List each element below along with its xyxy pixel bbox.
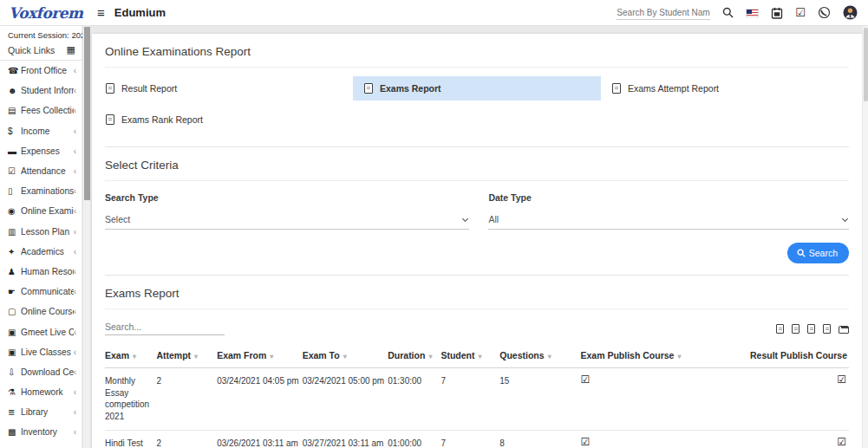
sidebar-item-homework[interactable]: ⚗ Homework ‹ bbox=[0, 382, 82, 402]
sidebar-item-library[interactable]: ≣ Library ‹ bbox=[0, 402, 82, 422]
column-header-exam[interactable]: Exam▾ bbox=[105, 345, 156, 368]
column-header-result-publish-course[interactable]: Result Publish Course bbox=[750, 345, 849, 368]
column-header-exam-to[interactable]: Exam To▾ bbox=[303, 345, 388, 368]
library-icon: ≣ bbox=[8, 407, 21, 417]
main-scrollbar[interactable] bbox=[862, 26, 868, 448]
table-search-input[interactable] bbox=[105, 319, 225, 335]
chevron-left-icon: ‹ bbox=[74, 227, 76, 237]
document-icon bbox=[364, 83, 373, 94]
report-link-result-report[interactable]: Result Report bbox=[105, 76, 353, 101]
language-flag-icon[interactable] bbox=[746, 9, 759, 17]
sidebar-item-label: Human Resource bbox=[21, 267, 74, 276]
sidebar-item-examinations[interactable]: ▯ Examinations ‹ bbox=[0, 181, 82, 201]
sidebar-item-expenses[interactable]: ▬ Expenses ‹ bbox=[0, 141, 82, 161]
gmeet-live-classes-icon: ▣ bbox=[8, 328, 21, 337]
attendance-icon: ☑ bbox=[8, 166, 21, 176]
sidebar-item-fees-collection[interactable]: ▤ Fees Collection ‹ bbox=[0, 101, 82, 120]
column-header-questions[interactable]: Questions▾ bbox=[499, 345, 580, 368]
front-office-icon: ☎ bbox=[8, 66, 21, 75]
sidebar-item-live-classes[interactable]: ▣ Live Classes ‹ bbox=[0, 342, 82, 362]
column-header-label: Exam Publish Course bbox=[580, 350, 674, 360]
student-information-icon: ☻ bbox=[8, 86, 21, 95]
voxforem-logo[interactable]: Voxforem bbox=[9, 4, 83, 22]
excel-icon[interactable] bbox=[792, 324, 799, 334]
student-search-input[interactable] bbox=[617, 6, 710, 20]
chevron-left-icon: ‹ bbox=[74, 146, 76, 156]
sort-icon: ▾ bbox=[428, 353, 432, 360]
whatsapp-icon[interactable] bbox=[818, 6, 831, 19]
sidebar-item-label: Student Information bbox=[21, 86, 74, 95]
chevron-left-icon: ‹ bbox=[74, 206, 76, 216]
column-header-exam-from[interactable]: Exam From▾ bbox=[217, 345, 303, 368]
search-type-select[interactable]: Select bbox=[105, 214, 469, 230]
examinations-icon: ▯ bbox=[8, 186, 21, 196]
chevron-left-icon: ‹ bbox=[74, 66, 76, 75]
grid-icon[interactable]: ▦ bbox=[67, 44, 75, 55]
homework-icon: ⚗ bbox=[8, 387, 21, 397]
calendar-icon[interactable] bbox=[771, 7, 783, 19]
sidebar-item-attendance[interactable]: ☑ Attendance ‹ bbox=[0, 161, 82, 181]
sidebar-item-download-center[interactable]: ⇩ Download Center ‹ bbox=[0, 362, 82, 382]
chevron-left-icon: ‹ bbox=[74, 166, 76, 176]
report-link-exams-report[interactable]: Exams Report bbox=[353, 76, 601, 101]
cell-exam: Hindi Test Series bbox=[105, 431, 156, 448]
exams-report-title: Exams Report bbox=[105, 276, 849, 309]
print-icon[interactable] bbox=[839, 326, 849, 334]
chevron-left-icon: ‹ bbox=[74, 347, 76, 357]
main-scrollbar-thumb[interactable] bbox=[864, 28, 868, 101]
chevron-left-icon: ‹ bbox=[74, 186, 76, 196]
chevron-left-icon: ‹ bbox=[74, 328, 76, 337]
sidebar-item-gmeet-live-classes[interactable]: ▣ Gmeet Live Classes ‹ bbox=[0, 321, 82, 341]
sidebar-scrollbar-thumb[interactable] bbox=[84, 27, 90, 200]
lesson-plan-icon: ▥ bbox=[8, 227, 21, 237]
report-link-label: Exams Attempt Report bbox=[628, 83, 719, 94]
sidebar-item-label: Fees Collection bbox=[21, 106, 74, 115]
pdf-icon[interactable] bbox=[823, 324, 831, 334]
document-icon bbox=[612, 83, 621, 94]
sort-icon: ▾ bbox=[270, 353, 273, 360]
income-icon: $ bbox=[8, 127, 21, 136]
export-buttons bbox=[776, 324, 849, 335]
sidebar-item-front-office[interactable]: ☎ Front Office ‹ bbox=[0, 61, 82, 81]
exams-table-body: Monthly Essay competition 2021 2 03/24/2… bbox=[105, 368, 849, 448]
sidebar-item-human-resource[interactable]: ♟ Human Resource ‹ bbox=[0, 262, 82, 282]
search-type-field: Search Type Select bbox=[105, 192, 469, 230]
sidebar-item-online-examinations[interactable]: ◉ Online Examinations ‹ bbox=[0, 201, 82, 221]
sort-icon: ▾ bbox=[479, 353, 482, 360]
column-header-duration[interactable]: Duration▾ bbox=[388, 345, 441, 368]
sort-icon: ▾ bbox=[133, 353, 136, 360]
exams-table-header-row: Exam▾Attempt▾Exam From▾Exam To▾Duration▾… bbox=[105, 345, 849, 368]
column-header-attempt[interactable]: Attempt▾ bbox=[156, 345, 217, 368]
sidebar-item-lesson-plan[interactable]: ▥ Lesson Plan ‹ bbox=[0, 222, 82, 242]
user-avatar[interactable] bbox=[843, 5, 858, 20]
inventory-icon: ▩ bbox=[8, 427, 21, 437]
sidebar-item-academics[interactable]: ✦ Academics ‹ bbox=[0, 242, 82, 262]
report-link-exams-attempt-report[interactable]: Exams Attempt Report bbox=[601, 76, 849, 101]
date-type-value: All bbox=[488, 214, 499, 224]
sidebar-item-online-course[interactable]: ▢ Online Course ‹ bbox=[0, 302, 82, 321]
date-type-label: Date Type bbox=[488, 192, 849, 203]
sidebar-scrollbar[interactable] bbox=[82, 26, 90, 448]
quick-links-row: Quick Links ▦ bbox=[0, 42, 82, 61]
sidebar-item-label: Library bbox=[21, 407, 74, 417]
copy-icon[interactable] bbox=[776, 324, 784, 334]
csv-icon[interactable] bbox=[807, 324, 815, 334]
sort-icon: ▾ bbox=[343, 353, 347, 360]
sidebar-item-label: Communicate bbox=[21, 287, 74, 296]
search-button[interactable]: Search bbox=[787, 243, 849, 263]
app-title: Edumium bbox=[114, 6, 166, 19]
menu-toggle-icon[interactable]: ≡ bbox=[97, 5, 105, 20]
sidebar-item-communicate[interactable]: ☛ Communicate ‹ bbox=[0, 282, 82, 302]
report-link-exams-rank-report[interactable]: Exams Rank Report bbox=[105, 107, 353, 132]
sidebar-item-inventory[interactable]: ▩ Inventory ‹ bbox=[0, 422, 82, 442]
sidebar-item-label: Expenses bbox=[21, 146, 74, 156]
cell-duration: 01:00:00 bbox=[388, 431, 441, 448]
sidebar-item-student-information[interactable]: ☻ Student Information ‹ bbox=[0, 81, 82, 101]
column-header-exam-publish-course[interactable]: Exam Publish Course▾ bbox=[580, 345, 749, 368]
sidebar-item-income[interactable]: $ Income ‹ bbox=[0, 121, 82, 141]
sidebar-item-label: Front Office bbox=[21, 66, 74, 75]
column-header-student[interactable]: Student▾ bbox=[441, 345, 499, 368]
date-type-select[interactable]: All bbox=[488, 214, 849, 230]
search-icon[interactable] bbox=[722, 7, 734, 18]
tasks-icon[interactable]: ☑ bbox=[795, 7, 806, 18]
